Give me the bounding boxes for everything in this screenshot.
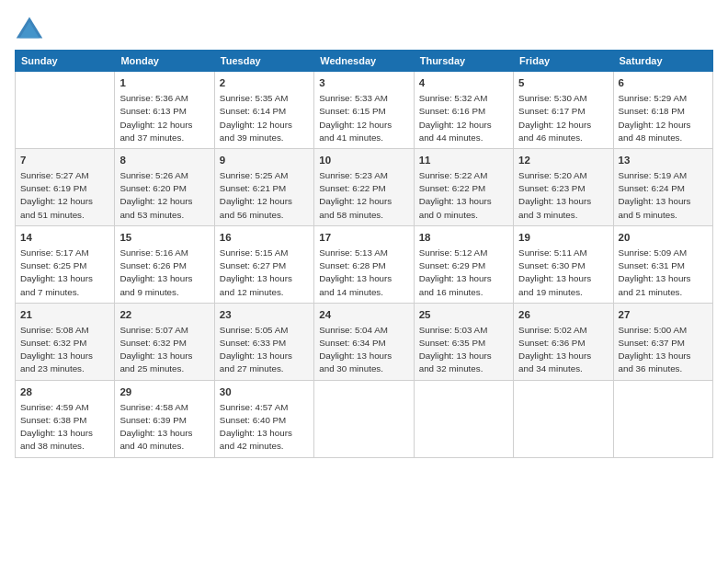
day-info: Sunrise: 5:30 AM Sunset: 6:17 PM Dayligh… [518, 92, 608, 144]
day-info: Sunrise: 5:04 AM Sunset: 6:34 PM Dayligh… [319, 324, 408, 376]
day-info: Sunrise: 5:02 AM Sunset: 6:36 PM Dayligh… [518, 324, 608, 376]
day-number: 5 [518, 75, 608, 90]
day-number: 13 [619, 153, 708, 167]
day-cell: 23Sunrise: 5:05 AM Sunset: 6:33 PM Dayli… [214, 303, 313, 380]
page-header [15, 15, 713, 40]
day-number: 3 [319, 75, 408, 90]
day-info: Sunrise: 5:17 AM Sunset: 6:25 PM Dayligh… [20, 247, 109, 299]
day-cell [414, 380, 513, 457]
day-number: 22 [119, 307, 209, 322]
day-info: Sunrise: 5:13 AM Sunset: 6:28 PM Dayligh… [319, 247, 408, 299]
day-info: Sunrise: 5:07 AM Sunset: 6:32 PM Dayligh… [119, 324, 209, 376]
day-number: 21 [20, 307, 109, 322]
day-info: Sunrise: 4:57 AM Sunset: 6:40 PM Dayligh… [220, 401, 309, 454]
day-cell: 9Sunrise: 5:25 AM Sunset: 6:21 PM Daylig… [214, 148, 313, 225]
day-cell [613, 380, 712, 457]
day-number: 14 [20, 230, 109, 245]
day-info: Sunrise: 5:32 AM Sunset: 6:16 PM Dayligh… [419, 92, 508, 144]
day-number: 20 [619, 230, 708, 245]
day-info: Sunrise: 5:19 AM Sunset: 6:24 PM Dayligh… [619, 169, 708, 222]
day-info: Sunrise: 5:15 AM Sunset: 6:27 PM Dayligh… [220, 247, 309, 299]
day-number: 8 [119, 153, 209, 167]
day-header-tuesday: Tuesday [214, 51, 313, 72]
day-number: 12 [518, 153, 608, 167]
day-cell [514, 380, 613, 457]
day-cell: 25Sunrise: 5:03 AM Sunset: 6:35 PM Dayli… [414, 303, 513, 380]
day-number: 7 [20, 153, 109, 167]
day-info: Sunrise: 5:08 AM Sunset: 6:32 PM Dayligh… [20, 324, 109, 376]
week-row: 1Sunrise: 5:36 AM Sunset: 6:13 PM Daylig… [16, 72, 713, 149]
day-cell: 29Sunrise: 4:58 AM Sunset: 6:39 PM Dayli… [115, 380, 214, 457]
week-row: 7Sunrise: 5:27 AM Sunset: 6:19 PM Daylig… [16, 148, 713, 225]
day-info: Sunrise: 5:20 AM Sunset: 6:23 PM Dayligh… [518, 169, 608, 222]
day-info: Sunrise: 5:36 AM Sunset: 6:13 PM Dayligh… [119, 92, 209, 144]
day-cell: 24Sunrise: 5:04 AM Sunset: 6:34 PM Dayli… [314, 303, 414, 380]
day-number: 23 [220, 307, 309, 322]
day-header-monday: Monday [115, 51, 214, 72]
day-cell: 21Sunrise: 5:08 AM Sunset: 6:32 PM Dayli… [16, 303, 115, 380]
day-cell: 2Sunrise: 5:35 AM Sunset: 6:14 PM Daylig… [214, 72, 313, 149]
day-number: 18 [419, 230, 508, 245]
day-number: 19 [518, 230, 608, 245]
week-row: 21Sunrise: 5:08 AM Sunset: 6:32 PM Dayli… [16, 303, 713, 380]
day-number: 15 [119, 230, 209, 245]
day-header-wednesday: Wednesday [314, 51, 414, 72]
day-info: Sunrise: 4:59 AM Sunset: 6:38 PM Dayligh… [20, 401, 109, 454]
day-header-saturday: Saturday [613, 51, 712, 72]
day-info: Sunrise: 5:12 AM Sunset: 6:29 PM Dayligh… [419, 247, 508, 299]
day-number: 10 [319, 153, 408, 167]
day-cell: 3Sunrise: 5:33 AM Sunset: 6:15 PM Daylig… [314, 72, 414, 149]
day-cell: 12Sunrise: 5:20 AM Sunset: 6:23 PM Dayli… [514, 148, 613, 225]
day-info: Sunrise: 5:05 AM Sunset: 6:33 PM Dayligh… [220, 324, 309, 376]
week-row: 14Sunrise: 5:17 AM Sunset: 6:25 PM Dayli… [16, 225, 713, 303]
day-cell: 13Sunrise: 5:19 AM Sunset: 6:24 PM Dayli… [613, 148, 712, 225]
day-number: 29 [119, 385, 209, 399]
day-number: 24 [319, 307, 408, 322]
day-number: 6 [619, 75, 708, 90]
day-number: 16 [220, 230, 309, 245]
day-info: Sunrise: 5:35 AM Sunset: 6:14 PM Dayligh… [220, 92, 309, 144]
day-cell: 15Sunrise: 5:16 AM Sunset: 6:26 PM Dayli… [115, 225, 214, 303]
day-info: Sunrise: 5:16 AM Sunset: 6:26 PM Dayligh… [119, 247, 209, 299]
day-number: 11 [419, 153, 508, 167]
day-cell: 18Sunrise: 5:12 AM Sunset: 6:29 PM Dayli… [414, 225, 513, 303]
day-cell: 19Sunrise: 5:11 AM Sunset: 6:30 PM Dayli… [514, 225, 613, 303]
day-info: Sunrise: 5:09 AM Sunset: 6:31 PM Dayligh… [619, 247, 708, 299]
day-cell: 7Sunrise: 5:27 AM Sunset: 6:19 PM Daylig… [16, 148, 115, 225]
day-cell: 4Sunrise: 5:32 AM Sunset: 6:16 PM Daylig… [414, 72, 513, 149]
day-info: Sunrise: 5:00 AM Sunset: 6:37 PM Dayligh… [619, 324, 708, 376]
day-number: 27 [619, 307, 708, 322]
day-cell: 11Sunrise: 5:22 AM Sunset: 6:22 PM Dayli… [414, 148, 513, 225]
day-cell: 26Sunrise: 5:02 AM Sunset: 6:36 PM Dayli… [514, 303, 613, 380]
day-cell: 22Sunrise: 5:07 AM Sunset: 6:32 PM Dayli… [115, 303, 214, 380]
day-cell: 1Sunrise: 5:36 AM Sunset: 6:13 PM Daylig… [115, 72, 214, 149]
day-number: 25 [419, 307, 508, 322]
calendar-table: SundayMondayTuesdayWednesdayThursdayFrid… [15, 50, 713, 458]
day-number: 17 [319, 230, 408, 245]
day-header-sunday: Sunday [16, 51, 115, 72]
logo-icon [15, 15, 44, 40]
day-header-friday: Friday [514, 51, 613, 72]
week-row: 28Sunrise: 4:59 AM Sunset: 6:38 PM Dayli… [16, 380, 713, 457]
day-cell [16, 72, 115, 149]
header-row: SundayMondayTuesdayWednesdayThursdayFrid… [16, 51, 713, 72]
day-number: 4 [419, 75, 508, 90]
day-header-thursday: Thursday [414, 51, 513, 72]
day-number: 26 [518, 307, 608, 322]
day-cell: 27Sunrise: 5:00 AM Sunset: 6:37 PM Dayli… [613, 303, 712, 380]
day-info: Sunrise: 4:58 AM Sunset: 6:39 PM Dayligh… [119, 401, 209, 454]
day-number: 2 [220, 75, 309, 90]
day-info: Sunrise: 5:26 AM Sunset: 6:20 PM Dayligh… [119, 169, 209, 222]
day-info: Sunrise: 5:27 AM Sunset: 6:19 PM Dayligh… [20, 169, 109, 222]
day-number: 1 [119, 75, 209, 90]
day-cell: 28Sunrise: 4:59 AM Sunset: 6:38 PM Dayli… [16, 380, 115, 457]
day-info: Sunrise: 5:03 AM Sunset: 6:35 PM Dayligh… [419, 324, 508, 376]
logo [15, 15, 48, 40]
day-number: 9 [220, 153, 309, 167]
day-cell: 17Sunrise: 5:13 AM Sunset: 6:28 PM Dayli… [314, 225, 414, 303]
day-number: 30 [220, 385, 309, 399]
day-cell: 8Sunrise: 5:26 AM Sunset: 6:20 PM Daylig… [115, 148, 214, 225]
day-info: Sunrise: 5:11 AM Sunset: 6:30 PM Dayligh… [518, 247, 608, 299]
day-number: 28 [20, 385, 109, 399]
day-cell: 5Sunrise: 5:30 AM Sunset: 6:17 PM Daylig… [514, 72, 613, 149]
